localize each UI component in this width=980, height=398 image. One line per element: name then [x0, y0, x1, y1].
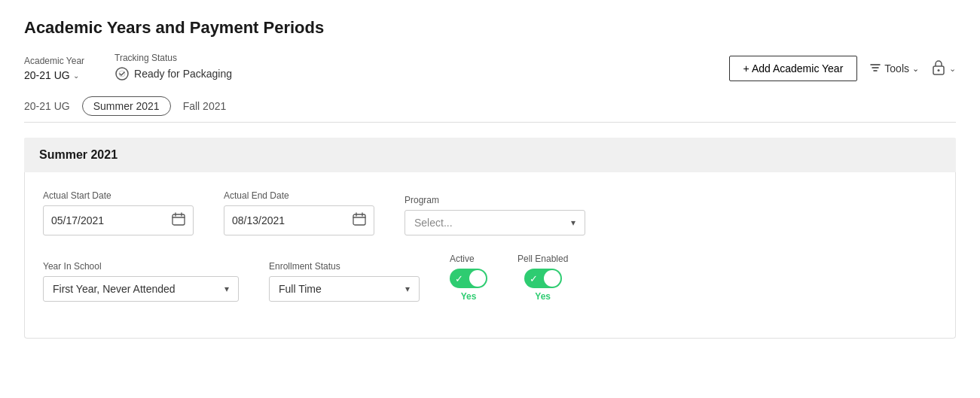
svg-rect-4 [172, 214, 185, 225]
program-chevron-icon: ▾ [571, 217, 575, 228]
tracking-status-icon [114, 66, 130, 81]
academic-year-label: Academic Year [24, 56, 84, 66]
academic-year-value: 20-21 UG [24, 69, 70, 81]
pell-toggle-knob [544, 270, 560, 287]
section-body: Actual Start Date Actual End Date [24, 172, 956, 339]
active-label: Active [450, 254, 487, 264]
enrollment-status-chevron-icon: ▾ [405, 284, 410, 294]
pell-enabled-group: Pell Enabled ✓ Yes [517, 254, 568, 302]
tracking-status-label: Tracking Status [114, 53, 232, 63]
active-toggle[interactable]: ✓ [450, 269, 487, 288]
actual-start-date-input-wrapper[interactable] [43, 205, 194, 235]
form-row-1: Actual Start Date Actual End Date [43, 190, 937, 235]
actual-end-date-group: Actual End Date [224, 190, 374, 235]
form-row-2: Year In School First Year, Never Attende… [43, 254, 937, 302]
active-toggle-wrapper: ✓ Yes [450, 269, 487, 302]
lock-button[interactable]: ⌄ [931, 59, 956, 79]
enrollment-status-label: Enrollment Status [269, 261, 420, 272]
tools-chevron-icon: ⌄ [912, 64, 919, 74]
filter-icon [869, 62, 881, 76]
pell-toggle-wrapper: ✓ Yes [517, 269, 568, 302]
year-in-school-value: First Year, Never Attended [53, 283, 176, 295]
program-select[interactable]: Select... ▾ [405, 210, 585, 235]
add-academic-year-button[interactable]: + Add Academic Year [729, 56, 858, 81]
year-in-school-chevron-icon: ▾ [224, 284, 229, 294]
academic-year-chevron-icon: ⌄ [73, 71, 79, 80]
tabs-bar: 20-21 UG Summer 2021 Fall 2021 [24, 96, 956, 123]
actual-end-date-input-wrapper[interactable] [224, 205, 374, 235]
tools-label: Tools [884, 62, 909, 74]
tab-summer-2021[interactable]: Summer 2021 [82, 96, 171, 116]
program-label: Program [405, 195, 585, 205]
end-date-calendar-icon[interactable] [353, 212, 366, 229]
program-placeholder: Select... [414, 217, 453, 229]
actual-start-date-label: Actual Start Date [43, 190, 194, 201]
year-in-school-group: Year In School First Year, Never Attende… [43, 261, 239, 302]
left-filters: Academic Year 20-21 UG ⌄ Tracking Status… [24, 53, 232, 81]
active-value: Yes [461, 291, 477, 302]
top-controls: Academic Year 20-21 UG ⌄ Tracking Status… [24, 53, 956, 81]
actual-start-date-input[interactable] [51, 214, 172, 226]
year-in-school-select[interactable]: First Year, Never Attended ▾ [43, 276, 239, 302]
section-header: Summer 2021 [24, 138, 956, 172]
enrollment-status-value: Full Time [279, 283, 322, 295]
pell-enabled-toggle[interactable]: ✓ [524, 269, 562, 288]
right-actions: + Add Academic Year Tools ⌄ ⌄ [729, 56, 956, 81]
active-check-icon: ✓ [455, 273, 463, 284]
lock-chevron-icon: ⌄ [949, 64, 956, 74]
active-toggle-knob [469, 270, 486, 287]
actual-start-date-group: Actual Start Date [43, 190, 194, 235]
page-title: Academic Years and Payment Periods [24, 18, 956, 38]
pell-check-icon: ✓ [530, 273, 538, 284]
actual-end-date-input[interactable] [232, 214, 353, 226]
tracking-status-filter: Tracking Status Ready for Packaging [114, 53, 232, 81]
year-in-school-label: Year In School [43, 261, 239, 272]
start-date-calendar-icon[interactable] [172, 212, 185, 229]
pell-enabled-label: Pell Enabled [517, 254, 568, 264]
svg-rect-5 [353, 214, 365, 225]
academic-year-filter: Academic Year 20-21 UG ⌄ [24, 56, 84, 81]
active-group: Active ✓ Yes [450, 254, 487, 302]
tools-button[interactable]: Tools ⌄ [869, 62, 919, 76]
enrollment-status-select[interactable]: Full Time ▾ [269, 276, 420, 302]
pell-enabled-value: Yes [535, 291, 551, 302]
program-group: Program Select... ▾ [405, 195, 585, 235]
tracking-status-text: Ready for Packaging [134, 68, 232, 80]
section-title: Summer 2021 [39, 148, 118, 161]
lock-icon [931, 59, 946, 79]
enrollment-status-group: Enrollment Status Full Time ▾ [269, 261, 420, 302]
svg-point-3 [938, 69, 940, 71]
section-container: Summer 2021 Actual Start Date Actual End [24, 138, 956, 339]
academic-year-dropdown[interactable]: 20-21 UG ⌄ [24, 69, 84, 81]
actual-end-date-label: Actual End Date [224, 190, 374, 201]
tab-20-21-ug[interactable]: 20-21 UG [24, 97, 70, 115]
tracking-status-value: Ready for Packaging [114, 66, 232, 81]
tab-fall-2021[interactable]: Fall 2021 [183, 97, 227, 115]
